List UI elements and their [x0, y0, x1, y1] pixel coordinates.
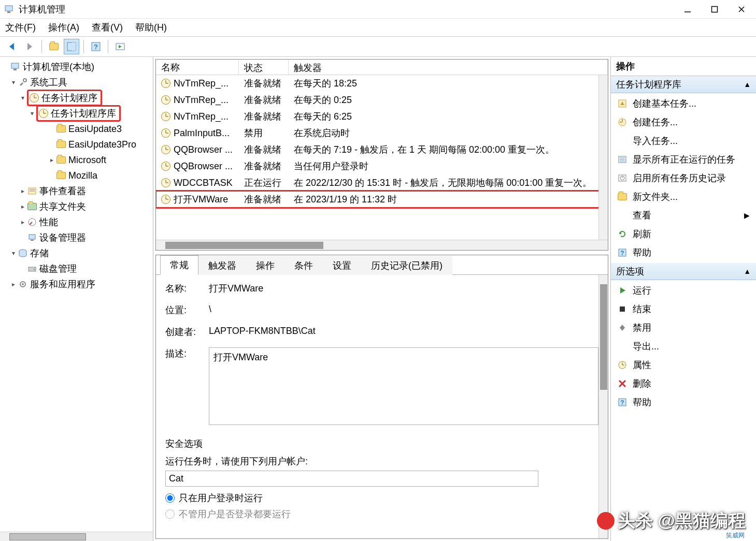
action-item[interactable]: ?帮助 — [611, 243, 756, 262]
task-row[interactable]: QQBrowser ...准备就绪在每天的 7:19 - 触发后，在 1 天 期… — [156, 141, 608, 158]
tasklist-v-scrollbar[interactable] — [598, 75, 608, 240]
tree-lib-item[interactable]: ▸Microsoft — [1, 152, 152, 168]
action-item[interactable]: 新文件夹... — [611, 187, 756, 206]
svg-point-22 — [34, 269, 35, 270]
radio-logged-on[interactable]: 只在用户登录时运行 — [165, 492, 598, 504]
task-list: 名称 状态 触发器 NvTmRep_...准备就绪在每天的 18:25NvTmR… — [155, 59, 608, 251]
maximize-button[interactable] — [708, 3, 721, 16]
tree-lib-item[interactable]: EasiUpdate3 — [1, 121, 152, 137]
col-name[interactable]: 名称 — [156, 60, 239, 75]
back-button[interactable] — [4, 39, 20, 54]
clock-icon — [161, 178, 170, 187]
action-item[interactable]: 导出... — [611, 337, 756, 356]
tree-disk-mgmt[interactable]: 磁盘管理 — [1, 261, 152, 276]
clock-icon — [161, 79, 170, 88]
menu-help[interactable]: 帮助(H) — [135, 21, 167, 34]
action-item[interactable]: 结束 — [611, 300, 756, 318]
actions-section-library[interactable]: 任务计划程序库▲ — [611, 76, 756, 93]
tree-storage[interactable]: ▾存储 — [1, 245, 152, 261]
clock-icon — [161, 145, 170, 154]
tree-performance[interactable]: ▸性能 — [1, 214, 152, 230]
window-title: 计算机管理 — [19, 3, 681, 16]
action-item[interactable]: 导入任务... — [611, 131, 756, 150]
action-item[interactable]: 查看▶ — [611, 206, 756, 225]
shared-folders-icon — [27, 201, 37, 212]
action-item[interactable]: 禁用 — [611, 318, 756, 337]
menu-file[interactable]: 文件(F) — [5, 21, 36, 34]
task-row[interactable]: NvTmRep_...准备就绪在每天的 18:25 — [156, 75, 608, 92]
tree-root[interactable]: 计算机管理(本地) — [1, 59, 152, 75]
list-icon — [617, 154, 627, 165]
tree-services-apps[interactable]: ▸服务和应用程序 — [1, 276, 152, 292]
label-description: 描述: — [165, 347, 198, 360]
svg-text:?: ? — [94, 43, 98, 51]
wizard-icon — [617, 98, 627, 109]
radio-logged-on-input[interactable] — [165, 493, 175, 503]
clock-icon — [161, 112, 170, 121]
action-item[interactable]: 运行 — [611, 281, 756, 300]
action-item[interactable]: 创建任务... — [611, 113, 756, 131]
help-icon: ? — [617, 397, 627, 407]
radio-any-input[interactable] — [165, 509, 175, 519]
tab-conditions[interactable]: 条件 — [284, 256, 323, 275]
action-item[interactable]: ?帮助 — [611, 393, 756, 412]
close-button[interactable] — [735, 3, 748, 16]
event-viewer-icon — [27, 186, 37, 196]
task-row[interactable]: QQBrowser ...准备就绪当任何用户登录时 — [156, 158, 608, 174]
action-item[interactable]: 属性 — [611, 356, 756, 374]
col-state[interactable]: 状态 — [239, 60, 289, 75]
col-trigger[interactable]: 触发器 — [289, 60, 608, 75]
minimize-button[interactable] — [681, 3, 694, 16]
tab-history[interactable]: 历史记录(已禁用) — [361, 256, 452, 275]
radio-any[interactable]: 不管用户是否登录都要运行 — [165, 509, 598, 519]
tab-settings[interactable]: 设置 — [323, 256, 361, 275]
actions-section-selected[interactable]: 所选项▲ — [611, 263, 756, 280]
tree-lib-item[interactable]: Mozilla — [1, 168, 152, 183]
tree-system-tools[interactable]: ▾系统工具 — [1, 75, 152, 90]
task-row[interactable]: WDCCBTASK正在运行在 2022/12/30 的 15:31 时 - 触发… — [156, 174, 608, 191]
svg-rect-12 — [13, 69, 17, 70]
task-detail: 常规 触发器 操作 条件 设置 历史记录(已禁用) 名称:打开VMWare 位置… — [155, 255, 608, 539]
tree-device-manager[interactable]: 设备管理器 — [1, 230, 152, 245]
tree-lib-item[interactable]: EasiUpdate3Pro — [1, 137, 152, 152]
action-item[interactable]: 显示所有正在运行的任务 — [611, 150, 756, 169]
computer-icon — [10, 62, 21, 72]
label-name: 名称: — [165, 282, 198, 295]
help-button[interactable]: ? — [88, 39, 104, 54]
toolbar-extra-button[interactable] — [112, 39, 128, 54]
menu-action[interactable]: 操作(A) — [48, 21, 79, 34]
tree-task-scheduler[interactable]: ▾任务计划程序 — [1, 90, 152, 106]
svg-rect-7 — [72, 42, 76, 51]
clock-icon — [29, 93, 39, 103]
tasklist-h-scrollbar[interactable] — [156, 240, 608, 250]
show-action-pane-button[interactable] — [64, 39, 79, 54]
task-row[interactable]: NvTmRep_...准备就绪在每天的 0:25 — [156, 92, 608, 108]
actions-pane: 操作 任务计划程序库▲ 创建基本任务...创建任务...导入任务...显示所有正… — [611, 57, 756, 541]
svg-text:?: ? — [620, 399, 624, 406]
history-icon — [617, 173, 627, 183]
task-row[interactable]: PalmInputB...禁用在系统启动时 — [156, 125, 608, 141]
tab-actions[interactable]: 操作 — [246, 256, 284, 275]
tab-general[interactable]: 常规 — [160, 255, 198, 275]
action-item[interactable]: 刷新 — [611, 225, 756, 243]
services-icon — [18, 279, 28, 289]
detail-v-scrollbar[interactable] — [598, 275, 608, 538]
value-description[interactable]: 打开VMWare — [209, 347, 598, 425]
task-row[interactable]: 打开VMWare准备就绪在 2023/1/19 的 11:32 时 — [156, 191, 608, 208]
task-row[interactable]: NvTmRep_...准备就绪在每天的 6:25 — [156, 108, 608, 125]
tab-triggers[interactable]: 触发器 — [198, 256, 246, 275]
new-icon — [617, 117, 627, 127]
tree-event-viewer[interactable]: ▸事件查看器 — [1, 183, 152, 199]
action-item[interactable]: 删除 — [611, 374, 756, 393]
tree-task-library[interactable]: ▾任务计划程序库 — [1, 106, 152, 121]
action-item[interactable]: 启用所有任务历史记录 — [611, 169, 756, 187]
clock-icon — [161, 95, 170, 105]
action-item[interactable]: 创建基本任务... — [611, 94, 756, 113]
play-icon — [617, 285, 627, 296]
menu-view[interactable]: 查看(V) — [92, 21, 123, 34]
tree-shared-folders[interactable]: ▸共享文件夹 — [1, 199, 152, 214]
clock-icon — [38, 108, 49, 119]
up-button[interactable] — [46, 39, 62, 54]
tree-h-scrollbar[interactable] — [0, 532, 153, 541]
forward-button[interactable] — [22, 39, 37, 54]
